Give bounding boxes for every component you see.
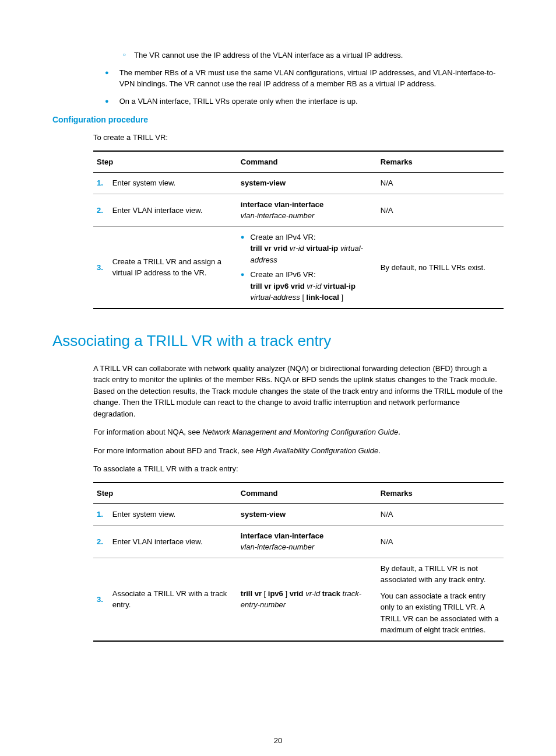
- configuration-procedure-heading: Configuration procedure: [52, 114, 504, 126]
- table-row: 2. Enter VLAN interface view. interface …: [93, 194, 504, 226]
- col-step-header: Step: [93, 151, 237, 173]
- command-parts: trill vr [ ipv6 ] vrid vr-id track track…: [241, 589, 361, 610]
- remarks-cell: By default, no TRILL VRs exist.: [377, 226, 504, 309]
- paragraph: For information about NQA, see Network M…: [93, 426, 504, 438]
- remarks-cell: N/A: [377, 525, 504, 558]
- command-cell: system-view: [237, 504, 377, 526]
- associating-heading: Associating a TRILL VR with a track entr…: [52, 330, 504, 352]
- bullet-text: The member RBs of a VR must use the same…: [119, 67, 504, 90]
- intro-text: To associate a TRILL VR with a track ent…: [93, 463, 504, 475]
- disc-icon: ●: [105, 96, 109, 107]
- sub-bullet-item: ○ The VR cannot use the IP address of th…: [122, 50, 504, 61]
- command-cell: ● Create an IPv4 VR: trill vr vrid vr-id…: [237, 226, 377, 309]
- command-cell: system-view: [237, 173, 377, 194]
- table-row: 3. Associate a TRILL VR with a track ent…: [93, 558, 504, 641]
- col-remarks-header: Remarks: [377, 482, 504, 504]
- col-command-header: Command: [237, 482, 377, 504]
- remarks-cell: By default, a TRILL VR is not associated…: [377, 558, 504, 641]
- col-remarks-header: Remarks: [377, 151, 504, 173]
- paragraph: A TRILL VR can collaborate with network …: [93, 363, 504, 420]
- command-cell: trill vr [ ipv6 ] vrid vr-id track track…: [237, 558, 377, 641]
- disc-icon: ●: [241, 269, 245, 303]
- table-row: 1. Enter system view. system-view N/A: [93, 173, 504, 194]
- step-text: Associate a TRILL VR with a track entry.: [109, 558, 237, 641]
- step-text: Enter system view.: [109, 173, 237, 194]
- bullet-item: ● The member RBs of a VR must use the sa…: [105, 67, 504, 90]
- table-row: 2. Enter VLAN interface view. interface …: [93, 525, 504, 558]
- step-number: 1.: [93, 173, 109, 194]
- table-row: 3. Create a TRILL VR and assign a virtua…: [93, 226, 504, 309]
- bullet-item: ● On a VLAN interface, TRILL VRs operate…: [105, 96, 504, 107]
- step-text: Enter system view.: [109, 504, 237, 526]
- table-row: 1. Enter system view. system-view N/A: [93, 504, 504, 526]
- remarks-cell: N/A: [377, 194, 504, 226]
- step-text: Enter VLAN interface view.: [109, 194, 237, 226]
- step-number: 3.: [93, 558, 109, 641]
- page-number: 20: [52, 735, 504, 747]
- bullet-text: On a VLAN interface, TRILL VRs operate o…: [119, 96, 504, 107]
- command-bullet-item: ● Create an IPv4 VR: trill vr vrid vr-id…: [241, 232, 374, 266]
- intro-text: To create a TRILL VR:: [93, 132, 504, 144]
- command-parts: trill vr ipv6 vrid vr-id virtual-ip virt…: [251, 282, 356, 302]
- create-trill-vr-table: Step Command Remarks 1. Enter system vie…: [93, 150, 504, 309]
- step-number: 3.: [93, 226, 109, 309]
- paragraph: For more information about BFD and Track…: [93, 445, 504, 457]
- associate-track-entry-table: Step Command Remarks 1. Enter system vie…: [93, 482, 504, 642]
- remarks-cell: N/A: [377, 173, 504, 194]
- sub-bullet-text: The VR cannot use the IP address of the …: [134, 50, 403, 61]
- command-parts: trill vr vrid vr-id virtual-ip virtual-a…: [251, 244, 363, 264]
- bullet-list: ● The member RBs of a VR must use the sa…: [105, 67, 504, 107]
- remarks-cell: N/A: [377, 504, 504, 526]
- step-text: Create a TRILL VR and assign a virtual I…: [109, 226, 237, 309]
- command-cell: interface vlan-interfacevlan-interface-n…: [237, 194, 377, 226]
- step-number: 2.: [93, 525, 109, 558]
- step-number: 1.: [93, 504, 109, 526]
- command-cell: interface vlan-interfacevlan-interface-n…: [237, 525, 377, 558]
- col-step-header: Step: [93, 482, 237, 504]
- step-text: Enter VLAN interface view.: [109, 525, 237, 558]
- disc-icon: ●: [241, 232, 245, 266]
- circle-icon: ○: [122, 50, 126, 61]
- step-number: 2.: [93, 194, 109, 226]
- disc-icon: ●: [105, 67, 109, 90]
- command-bullet-item: ● Create an IPv6 VR: trill vr ipv6 vrid …: [241, 269, 374, 303]
- col-command-header: Command: [237, 151, 377, 173]
- sub-bullet-list: ○ The VR cannot use the IP address of th…: [122, 50, 504, 61]
